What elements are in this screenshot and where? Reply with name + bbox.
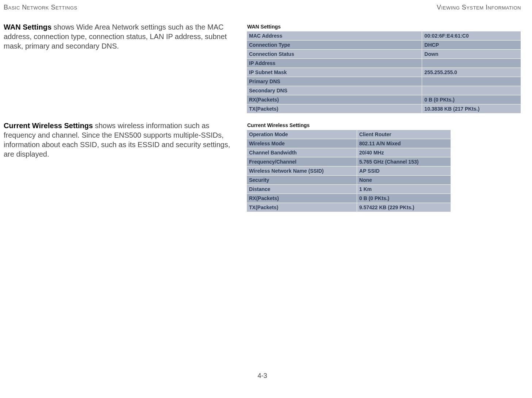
wan-value: 10.3838 KB (217 PKts.): [422, 104, 521, 113]
wireless-value: 1 Km: [357, 185, 451, 194]
wan-value: 00:02:6F:E4:61:C0: [422, 31, 521, 40]
table-row: SecurityNone: [247, 176, 451, 184]
wireless-value: Client Router: [357, 130, 451, 139]
wan-label: Connection Type: [247, 41, 422, 49]
wireless-label: Security: [247, 176, 357, 184]
wireless-value: 9.57422 KB (229 PKts.): [357, 203, 451, 212]
table-row: Frequency/Channel5.765 GHz (Channel 153): [247, 157, 451, 166]
wireless-label: Wireless Mode: [247, 139, 357, 148]
wan-label: TX(Packets): [247, 104, 422, 113]
wan-value: DHCP: [422, 41, 521, 49]
wan-label: RX(Packets): [247, 95, 422, 104]
page-footer: 4-3: [4, 372, 521, 383]
table-row: Primary DNS: [247, 77, 521, 86]
wireless-label: Operation Mode: [247, 130, 357, 139]
wan-section: WAN Settings shows Wide Area Network set…: [4, 22, 521, 114]
table-row: TX(Packets)9.57422 KB (229 PKts.): [247, 203, 451, 212]
page-number: 4-3: [257, 372, 267, 379]
wireless-label: Channel Bandwidth: [247, 148, 357, 157]
wan-figure: WAN Settings MAC Address00:02:6F:E4:61:C…: [246, 22, 521, 114]
header-right: Viewing System Information: [437, 4, 521, 11]
wireless-label: Distance: [247, 185, 357, 194]
wan-table: MAC Address00:02:6F:E4:61:C0 Connection …: [246, 31, 521, 114]
wan-label: Connection Status: [247, 50, 422, 58]
wireless-value: None: [357, 176, 451, 184]
table-row: Distance1 Km: [247, 185, 451, 194]
wireless-label: Frequency/Channel: [247, 157, 357, 166]
wan-label: MAC Address: [247, 31, 422, 40]
wan-label: Primary DNS: [247, 77, 422, 86]
page: Basic Network Settings Viewing System In…: [0, 0, 532, 398]
wan-label: Secondary DNS: [247, 86, 422, 95]
table-row: Wireless Mode802.11 A/N Mixed: [247, 139, 451, 148]
table-row: Operation ModeClient Router: [247, 130, 451, 139]
wan-value: [422, 77, 521, 86]
wireless-label: TX(Packets): [247, 203, 357, 212]
wan-panel-title: WAN Settings: [247, 24, 521, 30]
wireless-value: 802.11 A/N Mixed: [357, 139, 451, 148]
table-row: RX(Packets)0 B (0 PKts.): [247, 194, 451, 203]
wireless-label: RX(Packets): [247, 194, 357, 203]
wireless-section-text: Current Wireless Settings shows wireless…: [4, 121, 246, 159]
table-row: Wireless Network Name (SSID)AP SSID: [247, 167, 451, 175]
table-row: Channel Bandwidth20/40 MHz: [247, 148, 451, 157]
wireless-value: 20/40 MHz: [357, 148, 451, 157]
wireless-figure: Current Wireless Settings Operation Mode…: [246, 121, 451, 212]
wan-section-text: WAN Settings shows Wide Area Network set…: [4, 22, 246, 51]
table-row: RX(Packets)0 B (0 PKts.): [247, 95, 521, 104]
table-row: Connection StatusDown: [247, 50, 521, 58]
table-row: Secondary DNS: [247, 86, 521, 95]
wan-value: 255.255.255.0: [422, 68, 521, 77]
wan-value: Down: [422, 50, 521, 58]
table-row: TX(Packets)10.3838 KB (217 PKts.): [247, 104, 521, 113]
table-row: IP Address: [247, 59, 521, 68]
header-left: Basic Network Settings: [4, 4, 77, 11]
wireless-section: Current Wireless Settings shows wireless…: [4, 121, 521, 212]
table-row: Connection TypeDHCP: [247, 41, 521, 49]
table-row: MAC Address00:02:6F:E4:61:C0: [247, 31, 521, 40]
wireless-heading: Current Wireless Settings: [4, 122, 93, 130]
page-header: Basic Network Settings Viewing System In…: [4, 4, 521, 11]
wan-heading: WAN Settings: [4, 23, 51, 31]
wan-value: [422, 59, 521, 68]
wan-label: IP Address: [247, 59, 422, 68]
wireless-table: Operation ModeClient Router Wireless Mod…: [246, 130, 451, 212]
wan-value: 0 B (0 PKts.): [422, 95, 521, 104]
wireless-panel-title: Current Wireless Settings: [247, 122, 451, 128]
wan-value: [422, 86, 521, 95]
content: WAN Settings shows Wide Area Network set…: [4, 22, 521, 372]
wireless-value: 0 B (0 PKts.): [357, 194, 451, 203]
wireless-label: Wireless Network Name (SSID): [247, 167, 357, 175]
table-row: IP Subnet Mask255.255.255.0: [247, 68, 521, 77]
wireless-value: AP SSID: [357, 167, 451, 175]
wan-label: IP Subnet Mask: [247, 68, 422, 77]
wireless-value: 5.765 GHz (Channel 153): [357, 157, 451, 166]
